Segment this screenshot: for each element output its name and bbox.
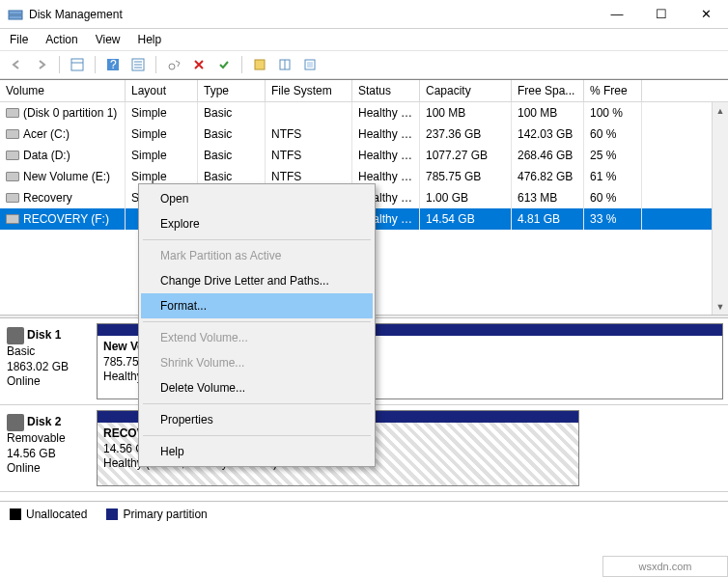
volume-icon xyxy=(6,129,19,139)
menu-item: Mark Partition as Active xyxy=(141,243,373,268)
help-icon[interactable]: ? xyxy=(102,54,124,75)
menu-item[interactable]: Format... xyxy=(141,293,373,318)
svg-text:?: ? xyxy=(110,58,117,71)
back-button[interactable] xyxy=(6,54,27,75)
menu-action[interactable]: Action xyxy=(45,33,77,46)
toolbar-icon-b[interactable] xyxy=(274,54,295,75)
menu-item: Shrink Volume... xyxy=(141,350,373,375)
titlebar: Disk Management — ☐ ✕ xyxy=(0,0,728,29)
legend: Unallocated Primary partition xyxy=(0,502,728,527)
legend-unallocated: Unallocated xyxy=(10,508,87,521)
menu-item[interactable]: Open xyxy=(141,186,373,211)
col-filesystem[interactable]: File System xyxy=(266,80,352,101)
volume-icon xyxy=(6,151,19,160)
svg-point-10 xyxy=(169,64,175,69)
toolbar-icon-c[interactable] xyxy=(299,54,321,75)
volume-icon xyxy=(6,193,19,203)
menu-item[interactable]: Help xyxy=(141,439,373,464)
legend-primary: Primary partition xyxy=(106,508,207,521)
grid-header: Volume Layout Type File System Status Ca… xyxy=(0,80,728,102)
menu-help[interactable]: Help xyxy=(138,33,162,46)
col-capacity[interactable]: Capacity xyxy=(420,80,512,101)
context-menu: OpenExploreMark Partition as ActiveChang… xyxy=(138,183,376,467)
svg-rect-0 xyxy=(9,11,22,14)
disk-info: Disk 2Removable14.56 GBOnline xyxy=(5,410,92,486)
grid-scrollbar[interactable]: ▲ ▼ xyxy=(712,102,728,315)
volume-icon xyxy=(6,172,19,181)
menu-item[interactable]: Properties xyxy=(141,407,373,432)
col-freespace[interactable]: Free Spa... xyxy=(512,80,584,101)
forward-button[interactable] xyxy=(31,54,52,75)
disk-info: Disk 1Basic1863.02 GBOnline xyxy=(5,323,92,399)
checkmark-icon[interactable] xyxy=(213,54,235,75)
svg-rect-2 xyxy=(71,59,83,70)
footer-credit: wsxdn.com xyxy=(602,556,728,577)
minimize-button[interactable]: — xyxy=(595,0,639,28)
menu-view[interactable]: View xyxy=(96,33,121,46)
svg-rect-1 xyxy=(9,15,22,19)
menu-item: Extend Volume... xyxy=(141,325,373,350)
close-button[interactable]: ✕ xyxy=(684,0,728,28)
refresh-icon[interactable] xyxy=(163,54,184,75)
menu-file[interactable]: File xyxy=(10,33,28,46)
svg-rect-11 xyxy=(255,60,265,69)
delete-icon[interactable] xyxy=(188,54,210,75)
col-volume[interactable]: Volume xyxy=(0,80,126,101)
col-type[interactable]: Type xyxy=(198,80,266,101)
volume-row[interactable]: (Disk 0 partition 1)SimpleBasicHealthy (… xyxy=(0,102,728,124)
menu-item[interactable]: Explore xyxy=(141,211,373,236)
toolbar: ? xyxy=(0,50,728,79)
maximize-button[interactable]: ☐ xyxy=(639,0,684,28)
volume-icon xyxy=(6,108,19,118)
window-title: Disk Management xyxy=(29,8,595,21)
toolbar-icon[interactable] xyxy=(67,54,88,75)
menu-item[interactable]: Change Drive Letter and Paths... xyxy=(141,268,373,293)
volume-row[interactable]: Acer (C:)SimpleBasicNTFSHealthy (B...237… xyxy=(0,124,728,145)
toolbar-icon-a[interactable] xyxy=(249,54,270,75)
disk-icon xyxy=(7,414,24,431)
settings-icon[interactable] xyxy=(127,54,149,75)
col-status[interactable]: Status xyxy=(352,80,420,101)
volume-row[interactable]: Data (D:)SimpleBasicNTFSHealthy (P...107… xyxy=(0,145,728,166)
disk-icon xyxy=(7,327,24,344)
app-icon xyxy=(8,7,23,22)
volume-icon xyxy=(6,214,19,224)
col-layout[interactable]: Layout xyxy=(126,80,198,101)
col-pctfree[interactable]: % Free xyxy=(584,80,642,101)
menubar: File Action View Help xyxy=(0,29,728,50)
svg-rect-15 xyxy=(307,62,313,68)
menu-item[interactable]: Delete Volume... xyxy=(141,375,373,400)
